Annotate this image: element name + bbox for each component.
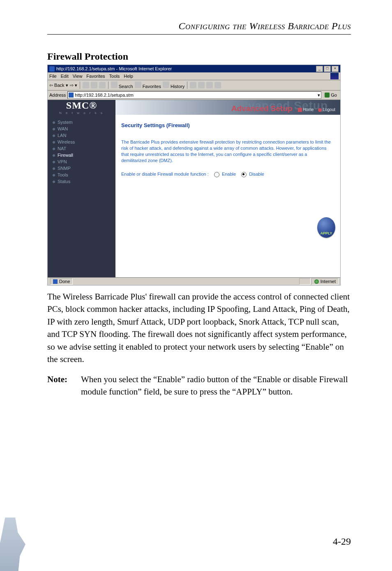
brand-logo-text: SMC® [66, 100, 97, 111]
home-icon[interactable] [99, 82, 106, 88]
status-text: Done [59, 279, 70, 284]
note-label: Note: [47, 373, 79, 398]
go-icon [325, 93, 330, 97]
status-bar: Done Internet [48, 277, 340, 285]
internet-zone-icon [314, 279, 319, 284]
sidebar-item-wireless[interactable]: Wireless [53, 139, 115, 145]
radio-row-label: Enable or disable Firewall module functi… [121, 172, 209, 176]
logout-crumb-icon [318, 108, 322, 112]
radio-enable[interactable] [214, 172, 219, 177]
go-button[interactable]: Go [323, 93, 339, 97]
apply-button[interactable]: APPLY [317, 217, 335, 238]
main-panel: Security Settings (Firewall) The Barrica… [115, 115, 340, 277]
menu-edit[interactable]: Edit [61, 74, 69, 79]
banner: Advanced Setup Advanced Setup Home Logou… [115, 100, 340, 115]
sidebar-item-tools[interactable]: Tools [53, 172, 115, 178]
embedded-screenshot: http://192.168.2.1/setupa.stm - Microsof… [47, 65, 341, 286]
header-rule [47, 34, 351, 35]
toolbar: ⇦ Back ▾ ⇨ ▾ Search Favorites History [48, 80, 340, 91]
menu-bar: File Edit View Favorites Tools Help [48, 72, 340, 80]
address-input[interactable]: http://192.168.2.1/setupa.stm ▾ [67, 91, 321, 99]
sidebar-item-system[interactable]: System [53, 119, 115, 125]
banner-title: Advanced Setup [231, 104, 293, 113]
menu-file[interactable]: File [49, 74, 57, 79]
print-icon[interactable] [198, 82, 205, 88]
address-bar: Address http://192.168.2.1/setupa.stm ▾ … [48, 91, 340, 100]
radio-enable-label: Enable [222, 172, 236, 176]
history-button[interactable]: History [163, 81, 184, 89]
page-icon [69, 93, 74, 97]
body-paragraph: The Wireless Barricade Plus' firewall ca… [47, 290, 351, 366]
menu-tools[interactable]: Tools [109, 74, 120, 79]
refresh-icon[interactable] [91, 82, 97, 88]
radio-disable[interactable] [241, 172, 247, 177]
close-button[interactable]: × [332, 66, 339, 72]
maximize-button[interactable]: □ [324, 66, 331, 72]
status-done-icon [53, 279, 58, 284]
minimize-button[interactable]: _ [316, 66, 323, 72]
discuss-icon[interactable] [214, 82, 221, 88]
note-text: When you select the “Enable” radio butto… [79, 373, 351, 398]
sidebar-item-firewall[interactable]: Firewall [53, 152, 115, 158]
sidebar-item-nat[interactable]: NAT [53, 145, 115, 152]
sidebar-item-vpn[interactable]: VPN [53, 158, 115, 165]
banner-logout-link[interactable]: Logout [323, 107, 335, 112]
ie-icon [49, 66, 55, 72]
sidebar-item-wan[interactable]: WAN [53, 125, 115, 132]
stop-icon[interactable] [83, 82, 89, 88]
radio-disable-label: Disable [249, 172, 264, 176]
sidebar-item-status[interactable]: Status [53, 178, 115, 185]
mail-icon[interactable] [190, 82, 196, 88]
panel-title: Security Settings (Firewall) [121, 122, 334, 128]
sidebar-figure-image [0, 518, 25, 571]
brand-subtext: N e t w o r k s [59, 111, 104, 115]
sidebar-item-snmp[interactable]: SNMP [53, 165, 115, 172]
window-title: http://192.168.2.1/setupa.stm - Microsof… [56, 66, 172, 71]
banner-home-link[interactable]: Home [303, 107, 314, 112]
favorites-button[interactable]: Favorites [135, 81, 161, 89]
forward-button[interactable]: ⇨ ▾ [70, 83, 77, 88]
section-heading: Firewall Protection [47, 51, 351, 62]
back-button[interactable]: ⇦ Back ▾ [49, 83, 68, 88]
address-url-text: http://192.168.2.1/setupa.stm [75, 93, 133, 97]
sidebar: System WAN LAN Wireless NAT Firewall VPN… [48, 115, 115, 277]
ie-throbber-icon [330, 73, 339, 79]
menu-help[interactable]: Help [124, 74, 133, 79]
status-zone: Internet [321, 279, 336, 284]
menu-view[interactable]: View [73, 74, 83, 79]
brand-block: SMC® N e t w o r k s [48, 100, 115, 115]
note-block: Note: When you select the “Enable” radio… [47, 373, 351, 398]
address-label: Address [49, 93, 66, 97]
window-titlebar: http://192.168.2.1/setupa.stm - Microsof… [48, 65, 340, 72]
page-header: Configuring the Wireless Barricade Plus [47, 21, 351, 32]
search-button[interactable]: Search [111, 81, 133, 89]
panel-description: The Barricade Plus provides extensive fi… [121, 139, 334, 163]
page-number: 4-29 [333, 536, 351, 547]
edit-icon[interactable] [206, 82, 213, 88]
sidebar-item-lan[interactable]: LAN [53, 132, 115, 139]
home-crumb-icon [298, 108, 302, 112]
menu-favorites[interactable]: Favorites [86, 74, 105, 79]
